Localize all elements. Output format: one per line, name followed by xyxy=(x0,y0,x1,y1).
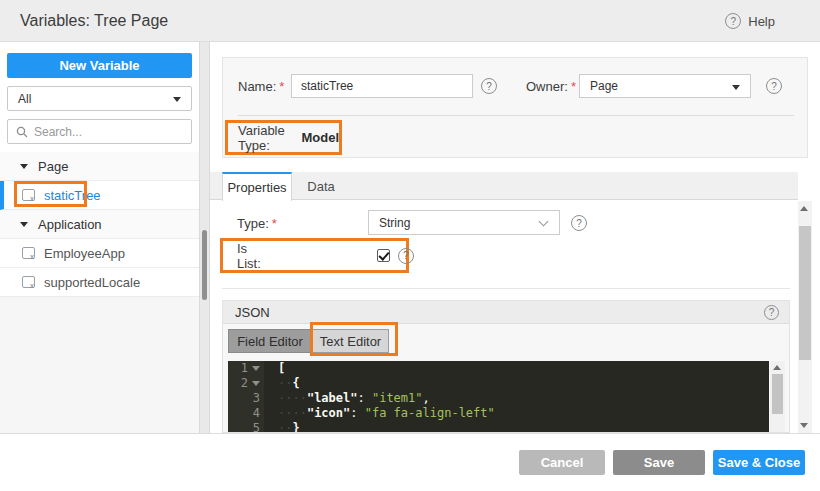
json-help-icon[interactable]: ? xyxy=(764,305,779,320)
tree-item-employeeapp[interactable]: x EmployeeApp xyxy=(0,239,199,268)
help-label: Help xyxy=(748,14,775,29)
tree-item-label: staticTree xyxy=(44,188,101,203)
json-panel-header: JSON ? xyxy=(223,301,789,324)
name-help-icon[interactable]: ? xyxy=(481,78,497,94)
type-label: Type:* xyxy=(237,216,277,231)
line-number: 3 xyxy=(228,391,264,406)
variable-icon: x xyxy=(22,189,35,201)
is-list-label: Is List: xyxy=(237,241,261,271)
fold-arrow-icon[interactable] xyxy=(252,381,260,386)
required-marker: * xyxy=(571,79,576,94)
tree-item-label: supportedLocale xyxy=(44,275,140,290)
type-help-icon[interactable]: ? xyxy=(571,215,587,231)
variable-filter-select[interactable]: All xyxy=(7,86,192,111)
variable-summary-panel: Name:* ? Owner:* Page ? Variable Type: M… xyxy=(222,57,808,158)
caret-down-icon xyxy=(20,222,28,227)
save-button[interactable]: Save xyxy=(613,450,705,475)
tree-item-label: EmployeeApp xyxy=(44,246,125,261)
owner-help-icon[interactable]: ? xyxy=(766,78,782,94)
type-select[interactable]: String xyxy=(368,210,560,235)
code-line: 1[ xyxy=(228,361,769,376)
owner-select[interactable]: Page xyxy=(579,74,751,98)
owner-label: Owner:* xyxy=(526,79,576,94)
code-line: 3····"label": "item1", xyxy=(228,391,769,406)
sidebar-empty-area xyxy=(0,297,199,433)
content-scrollbar[interactable] xyxy=(798,201,812,433)
variable-type-label: Variable Type: xyxy=(238,123,293,153)
search-icon xyxy=(16,126,28,138)
text-editor-button[interactable]: Text Editor xyxy=(312,329,389,353)
required-marker: * xyxy=(279,79,284,94)
code-line: 4····"icon": "fa fa-align-left" xyxy=(228,406,769,421)
scroll-up-icon[interactable] xyxy=(773,365,781,370)
sidebar-scrollbar[interactable] xyxy=(199,42,210,433)
new-variable-button[interactable]: New Variable xyxy=(7,53,192,78)
help-icon: ? xyxy=(725,13,741,29)
json-code-editor[interactable]: 1[2··{3····"label": "item1",4····"icon":… xyxy=(228,361,769,432)
variables-tree: Page x staticTree Application x Employee… xyxy=(0,152,199,297)
annotation-box-variable-type: Variable Type: Model xyxy=(225,120,342,155)
cancel-button[interactable]: Cancel xyxy=(519,450,605,475)
tree-group-application[interactable]: Application xyxy=(0,210,199,239)
fold-arrow-icon[interactable] xyxy=(252,366,260,371)
is-list-help-icon[interactable]: ? xyxy=(398,248,414,264)
is-list-checkbox[interactable] xyxy=(377,249,390,262)
field-editor-button[interactable]: Field Editor xyxy=(228,329,312,353)
tree-item-statictree[interactable]: x staticTree xyxy=(0,181,199,210)
caret-down-icon xyxy=(20,164,28,169)
variable-icon: x xyxy=(22,276,35,288)
content-scrollbar-thumb[interactable] xyxy=(799,226,811,360)
tree-item-supportedlocale[interactable]: x supportedLocale xyxy=(0,268,199,297)
variable-filter-value: All xyxy=(18,92,31,106)
search-input[interactable] xyxy=(34,125,183,139)
code-line: 2··{ xyxy=(228,376,769,391)
divider xyxy=(238,115,794,116)
line-number: 2 xyxy=(228,376,264,391)
tab-bar: Properties Data xyxy=(210,172,798,200)
save-and-close-button[interactable]: Save & Close xyxy=(713,450,805,475)
sidebar-scrollbar-thumb[interactable] xyxy=(202,230,207,300)
json-title: JSON xyxy=(235,305,270,320)
editor-scrollbar[interactable] xyxy=(770,361,785,432)
json-panel: JSON ? Field Editor Text Editor 1[2··{3·… xyxy=(222,300,790,433)
tab-properties[interactable]: Properties xyxy=(222,172,292,201)
variables-sidebar: New Variable All Page x staticTree App xyxy=(0,42,199,433)
variable-icon: x xyxy=(22,247,35,259)
code-lines: 1[2··{3····"label": "item1",4····"icon":… xyxy=(228,361,769,432)
code-line: 5··} xyxy=(228,421,769,432)
type-value: String xyxy=(379,216,410,230)
annotation-box-is-list: Is List: ? xyxy=(220,238,409,273)
tab-data[interactable]: Data xyxy=(292,172,350,200)
help-link[interactable]: ? Help xyxy=(725,13,775,29)
line-number: 1 xyxy=(228,361,264,376)
owner-value: Page xyxy=(590,79,618,93)
chevron-down-icon xyxy=(732,85,740,90)
line-number: 5 xyxy=(228,421,264,432)
scroll-up-icon[interactable] xyxy=(800,206,808,211)
divider xyxy=(222,288,790,289)
tree-group-page[interactable]: Page xyxy=(0,152,199,181)
chevron-down-icon xyxy=(539,217,549,227)
line-number: 4 xyxy=(228,406,264,421)
required-marker: * xyxy=(272,216,277,231)
name-field[interactable] xyxy=(291,74,473,98)
editor-scrollbar-thumb[interactable] xyxy=(772,374,783,414)
variable-type-value: Model xyxy=(301,130,339,145)
tree-group-label: Application xyxy=(38,217,102,232)
search-box xyxy=(7,119,192,144)
tree-group-label: Page xyxy=(38,159,68,174)
page-title: Variables: Tree Page xyxy=(20,12,168,30)
dialog-header: Variables: Tree Page ? Help xyxy=(0,0,820,42)
name-label: Name:* xyxy=(238,79,284,94)
dialog-footer: Cancel Save Save & Close xyxy=(0,433,820,491)
variables-dialog: Variables: Tree Page ? Help New Variable… xyxy=(0,0,820,491)
chevron-down-icon xyxy=(173,97,181,102)
scroll-down-icon[interactable] xyxy=(800,423,808,428)
